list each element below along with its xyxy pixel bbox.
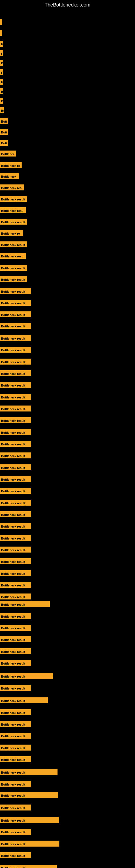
bar-item: Bo — [0, 106, 4, 114]
bar-item: Bottleneck result — [0, 851, 31, 859]
bar-label: Bottleneck result — [0, 370, 31, 376]
bar-item: Bottleneck result — [0, 791, 58, 799]
bar-item: Bott — [0, 139, 8, 147]
bar-label: Bottleneck result — [0, 865, 57, 868]
bar-item: Bottleneck resu — [0, 184, 24, 191]
bar-label: Bottleneck result — [0, 382, 31, 388]
bar-item: Bottleneck result — [0, 405, 31, 412]
bar-label: Bottleneck result — [0, 745, 31, 750]
bar-label: Bottleneck result — [0, 841, 59, 846]
bar-label: Bottleneck result — [0, 769, 57, 775]
bar-label: B — [0, 98, 3, 104]
bar-label: F — [0, 79, 3, 85]
bar-label: Bottleneck result — [0, 359, 31, 365]
bar-item: Bottleneck result — [0, 440, 31, 447]
bar-label: Bottleneck resu — [0, 184, 24, 190]
bar-item: Bottleneck result — [0, 600, 50, 608]
bar-item: Bottleneck result — [0, 804, 31, 811]
bar-label: Bottleneck result — [0, 476, 31, 482]
bar-label: Bottleneck result — [0, 582, 31, 588]
bar-label: Bottleneck result — [0, 637, 31, 642]
bar-item: Bottleneck result — [0, 369, 31, 377]
bar-label: Bottleneck result — [0, 535, 31, 541]
bar-label: Bottleneck result — [0, 453, 31, 458]
bar-label: Bottleneck result — [0, 394, 31, 400]
bar-item: Bottleneck result — [0, 311, 31, 318]
bar-item: Bottleneck result — [0, 381, 31, 389]
bar-item: Bottleneck result — [0, 393, 31, 401]
bar-label: Bottleneck resu — [0, 207, 26, 213]
bar-label: Bottleneck result — [0, 300, 31, 306]
bar-item: Bottleneck result — [0, 672, 53, 680]
bar-label: Bottleneck result — [0, 196, 27, 202]
bar-item: F — [0, 78, 3, 86]
bar-item: Bottleneck resu — [0, 207, 26, 214]
bar-label — [0, 19, 2, 25]
bar-item: F — [0, 40, 3, 48]
bar-label: Bottleneck result — [0, 817, 59, 823]
bar-item — [0, 18, 2, 26]
bar-label: Bott — [0, 140, 8, 146]
bar-label: Bottleneck — [0, 173, 19, 179]
bar-label: Bottlenec — [0, 151, 16, 156]
bar-label: B — [0, 88, 3, 94]
bar-label: Bottleneck result — [0, 335, 31, 341]
bar-item: Bottleneck result — [0, 464, 31, 471]
bar-item: Bottleneck result — [0, 828, 31, 835]
bar-label: Bottleneck result — [0, 625, 31, 631]
bar-item: Bottleneck result — [0, 322, 31, 330]
bar-label: Bottleneck result — [0, 323, 31, 329]
bar-item: Bottleneck result — [0, 593, 31, 600]
bar-label: Bo — [0, 107, 4, 113]
bar-item: Bottleneck result — [0, 648, 31, 655]
bar-label: Bottleneck result — [0, 792, 58, 798]
bar-label: Bott — [0, 118, 8, 124]
bar-item: Bottleneck — [0, 172, 19, 180]
bar-item: Bottleneck result — [0, 299, 31, 307]
bar-item: Bott — [0, 128, 8, 135]
bar-item: Bottleneck result — [0, 557, 31, 565]
bar-item: Bottleneck result — [0, 428, 31, 436]
bar-label: Bottleneck result — [0, 276, 27, 282]
bar-item: B — [0, 87, 3, 95]
bar-label: F — [0, 50, 3, 56]
bar-label: Bottleneck result — [0, 511, 31, 517]
bar-item: Bottleneck result — [0, 264, 27, 272]
bar-item: Bottleneck result — [0, 452, 31, 459]
bar-item: Bottleneck result — [0, 684, 31, 692]
bar-item: Bottleneck result — [0, 416, 31, 424]
bar-label: Bottleneck result — [0, 685, 31, 691]
bar-label: Bottleneck result — [0, 756, 31, 762]
bar-item: Bottleneck result — [0, 768, 57, 776]
bar-item: Bottleneck result — [0, 522, 31, 530]
bar-label: B — [0, 60, 3, 66]
bar-item: Bottleneck result — [0, 816, 59, 824]
bar-item: Bottleneck result — [0, 334, 31, 342]
bar-item: F — [0, 68, 3, 76]
bar-item: Bottleneck result — [0, 346, 31, 353]
bar-item: Bottleneck result — [0, 499, 31, 506]
bar-label: Bottleneck result — [0, 570, 31, 576]
site-title: TheBottlenecker.com — [0, 0, 135, 10]
bar-label: Bottleneck result — [0, 781, 31, 787]
bar-label: Bottleneck result — [0, 429, 31, 435]
bar-item: F — [0, 50, 3, 57]
bar-item: Bottleneck result — [0, 581, 31, 589]
bar-item: B — [0, 97, 3, 104]
bar-item: Bottleneck result — [0, 864, 57, 868]
bar-item: Bottleneck result — [0, 744, 31, 751]
bar-item: Bottleneck result — [0, 755, 31, 763]
bar-item: Bottleneck result — [0, 241, 27, 248]
bar-item: Bottleneck result — [0, 275, 27, 283]
bar-label — [0, 30, 2, 36]
bar-item: Bottleneck result — [0, 624, 31, 631]
bar-label: Bottleneck result — [0, 241, 27, 247]
bar-item: Bottleneck result — [0, 780, 31, 788]
bar-label: Bottleneck result — [0, 441, 31, 447]
bar-item: B — [0, 59, 3, 66]
bar-item: Bottleneck result — [0, 569, 31, 577]
bar-label: Bottleneck result — [0, 500, 31, 506]
bar-label: Bottleneck result — [0, 219, 27, 225]
bar-label: Bottleneck result — [0, 405, 31, 411]
bar-item: Bott — [0, 117, 8, 125]
